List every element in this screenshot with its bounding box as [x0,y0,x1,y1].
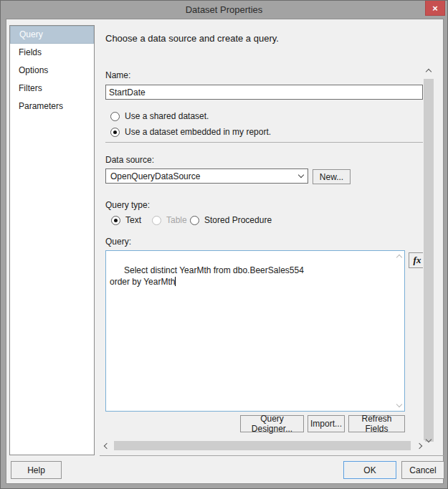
new-data-source-button[interactable]: New... [313,169,351,184]
help-button[interactable]: Help [11,461,62,479]
sidebar-item-filters[interactable]: Filters [10,80,94,98]
embedded-dataset-option[interactable]: Use a dataset embedded in my report. [110,126,271,138]
query-type-storedproc-option[interactable]: Stored Procedure [190,214,272,226]
radio-checked-icon[interactable] [111,216,120,225]
shared-dataset-label: Use a shared dataset. [125,111,209,121]
section-divider [105,142,423,143]
query-designer-button[interactable]: Query Designer... [240,415,304,432]
data-source-value: OpenQueryDataSource [110,171,299,181]
vertical-scroll-thumb[interactable] [424,79,434,442]
titlebar[interactable]: Dataset Properties × [1,1,447,19]
close-icon: × [432,3,438,14]
scroll-up-icon[interactable] [423,66,434,77]
sidebar-item-options[interactable]: Options [10,62,94,80]
query-type-table-option: Table [152,214,187,226]
editor-scroll-down-icon [396,402,402,407]
refresh-fields-button[interactable]: Refresh Fields [348,415,405,432]
radio-disabled-icon [152,216,161,225]
query-type-label: Query type: [105,200,150,210]
vertical-scrollbar[interactable] [423,66,434,457]
fx-icon: fx [414,255,421,266]
sidebar-item-parameters[interactable]: Parameters [10,98,94,115]
dataset-properties-dialog: Dataset Properties × Query Fields Option… [0,0,448,489]
query-text: Select distinct YearMth from dbo.BeerSal… [110,265,304,287]
query-type-text-option[interactable]: Text [111,214,141,226]
query-type-storedproc-label: Stored Procedure [204,215,272,225]
query-type-table-label: Table [166,215,187,225]
horizontal-scrollbar[interactable] [101,440,425,451]
page-heading: Choose a data source and create a query. [105,33,279,44]
query-label: Query: [105,237,131,247]
data-source-dropdown[interactable]: OpenQueryDataSource [105,168,308,184]
dialog-title: Dataset Properties [186,4,263,15]
radio-unchecked-icon[interactable] [110,112,120,121]
text-caret [175,277,176,286]
query-text-editor[interactable]: Select distinct YearMth from dbo.BeerSal… [105,250,405,412]
cancel-button[interactable]: Cancel [401,461,444,479]
footer-divider [100,455,444,456]
shared-dataset-option[interactable]: Use a shared dataset. [110,110,209,122]
data-source-label: Data source: [105,155,154,165]
import-button[interactable]: Import... [308,415,345,432]
radio-unchecked-icon[interactable] [190,216,199,225]
dialog-content: Query Fields Options Filters Parameters … [6,19,444,484]
name-label: Name: [105,70,130,80]
name-input[interactable] [105,85,423,100]
chevron-down-icon [298,172,304,178]
ok-button[interactable]: OK [343,461,396,479]
close-button[interactable]: × [425,1,445,16]
sidebar-item-fields[interactable]: Fields [10,44,94,62]
query-type-text-label: Text [125,215,141,225]
sidebar-item-query[interactable]: Query [10,26,94,44]
editor-scroll-up-icon [396,255,402,260]
scroll-left-icon[interactable] [101,440,113,451]
embedded-dataset-label: Use a dataset embedded in my report. [125,127,271,137]
horizontal-scroll-thumb[interactable] [114,441,411,450]
scroll-right-icon[interactable] [414,440,425,451]
radio-checked-icon[interactable] [110,128,120,137]
sidebar-nav: Query Fields Options Filters Parameters [9,25,95,455]
